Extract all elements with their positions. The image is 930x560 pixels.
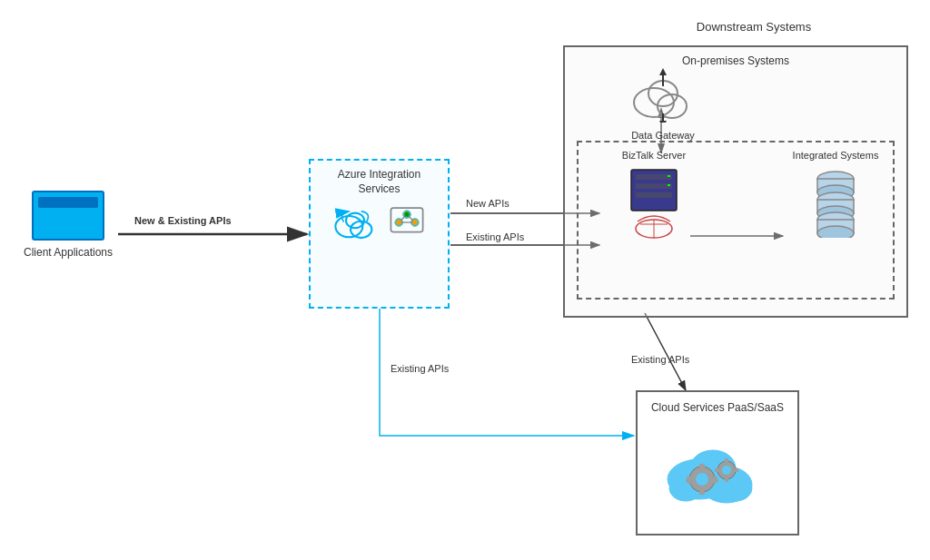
- svg-rect-57: [699, 489, 705, 495]
- client-app-icon: [32, 191, 104, 241]
- svg-rect-64: [725, 458, 728, 463]
- azure-icons-row: [318, 205, 440, 240]
- biztalk-label: BizTalk Server: [595, 150, 713, 161]
- azure-cloud-icon: [332, 205, 378, 240]
- svg-rect-66: [734, 468, 738, 472]
- data-gateway-label: Data Gateway: [618, 130, 708, 141]
- svg-point-55: [696, 473, 708, 486]
- diagram-container: Client Applications New & Existing APIs …: [0, 0, 930, 560]
- cloud-services-title: Cloud Services PaaS/SaaS: [647, 401, 788, 416]
- azure-integration-title: Azure Integration Services: [318, 168, 440, 196]
- svg-rect-32: [636, 174, 672, 180]
- svg-rect-34: [636, 192, 672, 198]
- new-existing-apis-label: New & Existing APIs: [134, 215, 232, 226]
- svg-rect-56: [699, 464, 705, 469]
- svg-point-22: [412, 221, 417, 225]
- existing-apis-label-right: Existing APIs: [631, 354, 689, 365]
- azure-integration-box: Azure Integration Services: [309, 159, 450, 309]
- svg-point-21: [396, 221, 401, 225]
- svg-line-10: [645, 313, 686, 390]
- svg-point-53: [719, 476, 752, 501]
- svg-point-48: [817, 226, 854, 238]
- existing-apis-label-left: Existing APIs: [391, 363, 449, 374]
- existing-apis-label-top: Existing APIs: [466, 231, 524, 242]
- client-app-label: Client Applications: [18, 246, 118, 260]
- data-gateway-icon: [627, 68, 699, 123]
- svg-rect-33: [636, 183, 672, 189]
- client-applications: Client Applications: [18, 191, 118, 260]
- cloud-services-icon: [658, 423, 777, 505]
- cloud-services-box: Cloud Services PaaS/SaaS: [636, 390, 799, 535]
- integrated-systems-icon: [804, 165, 867, 238]
- integrated-section: Integrated Systems: [790, 150, 881, 241]
- new-apis-label: New APIs: [466, 198, 510, 209]
- svg-rect-67: [715, 468, 719, 472]
- integration-icon: [387, 205, 427, 240]
- svg-point-23: [404, 212, 409, 217]
- svg-point-63: [722, 466, 731, 475]
- biztalk-server-icon: [618, 165, 690, 242]
- biztalk-section: BizTalk Server: [595, 150, 713, 246]
- svg-rect-65: [725, 477, 728, 482]
- svg-marker-30: [659, 121, 667, 123]
- data-gateway-area: Data Gateway: [618, 68, 708, 141]
- downstream-title: Downstream Systems: [599, 20, 908, 34]
- integrated-label: Integrated Systems: [790, 150, 881, 161]
- on-premises-title: On-premises Systems: [565, 54, 906, 67]
- svg-marker-28: [659, 68, 667, 75]
